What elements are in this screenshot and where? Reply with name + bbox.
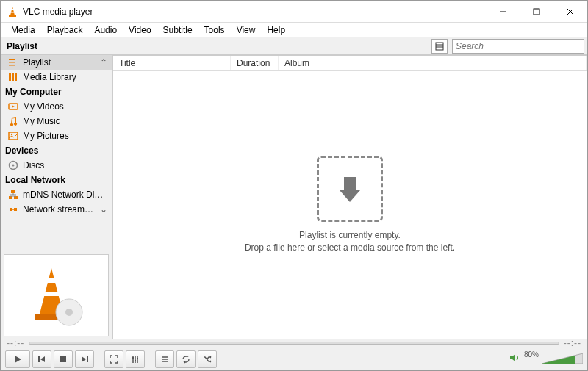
vlc-cone-icon (7, 6, 18, 18)
minimize-button[interactable] (486, 1, 520, 22)
svg-rect-25 (14, 196, 18, 199)
view-mode-button[interactable] (431, 39, 448, 54)
sidebar-tree: Playlist ⌃ Media Library My Computer My … (1, 55, 112, 251)
svg-rect-43 (60, 356, 66, 362)
svg-rect-51 (137, 358, 138, 359)
svg-rect-29 (10, 208, 12, 211)
svg-point-22 (12, 165, 15, 167)
menu-audio[interactable]: Audio (88, 24, 123, 37)
volume-percent: 80% (524, 350, 539, 359)
menu-subtitle[interactable]: Subtitle (157, 24, 198, 37)
sidebar-item-label: My Videos (23, 101, 107, 112)
svg-rect-1 (9, 15, 16, 17)
shuffle-button[interactable] (198, 350, 217, 368)
sidebar-item-playlist[interactable]: Playlist ⌃ (1, 55, 112, 70)
empty-drop-zone[interactable]: Playlist is currently empty. Drop a file… (113, 71, 587, 339)
drop-target-icon (317, 156, 383, 222)
svg-point-20 (11, 134, 12, 135)
disc-icon (8, 160, 18, 170)
window-title: VLC media player (23, 7, 486, 17)
collapse-icon[interactable]: ⌃ (100, 57, 107, 68)
svg-rect-24 (9, 196, 12, 199)
picture-icon (8, 131, 18, 141)
column-headers: Title Duration Album (113, 56, 587, 71)
playlist-toolbar: Playlist (1, 37, 587, 55)
sidebar-item-sap[interactable]: Network streams (SAP) ⌄ (1, 202, 112, 217)
seek-slider[interactable] (29, 342, 559, 345)
svg-rect-13 (9, 65, 15, 66)
sidebar-item-label: Network streams (SAP) (23, 204, 96, 215)
svg-marker-40 (15, 356, 21, 363)
svg-rect-3 (11, 12, 15, 13)
play-button[interactable] (5, 350, 30, 368)
svg-rect-34 (43, 292, 60, 296)
expand-icon[interactable]: ⌄ (100, 204, 107, 215)
close-button[interactable] (553, 1, 587, 22)
svg-rect-11 (9, 59, 15, 60)
menu-media[interactable]: Media (5, 24, 41, 37)
menu-help[interactable]: Help (261, 24, 291, 37)
mute-button[interactable] (509, 353, 521, 365)
svg-rect-15 (12, 73, 14, 81)
sidebar: Playlist ⌃ Media Library My Computer My … (1, 55, 112, 339)
stop-button[interactable] (54, 350, 73, 368)
svg-rect-50 (135, 360, 136, 361)
menu-tools[interactable]: Tools (198, 24, 231, 37)
svg-rect-19 (9, 132, 18, 140)
fullscreen-button[interactable] (104, 350, 123, 368)
seek-bar-row: --:-- --:-- (1, 339, 587, 347)
sidebar-item-label: Playlist (23, 57, 96, 68)
svg-rect-41 (38, 356, 40, 362)
svg-rect-2 (11, 9, 14, 10)
column-album[interactable]: Album (279, 56, 587, 70)
sidebar-item-media-library[interactable]: Media Library (1, 70, 112, 84)
svg-rect-5 (534, 9, 539, 15)
svg-marker-18 (12, 105, 15, 108)
playlist-toggle-button[interactable] (155, 350, 174, 368)
library-icon (8, 72, 18, 82)
column-duration[interactable]: Duration (231, 56, 279, 70)
extended-settings-button[interactable] (126, 350, 145, 368)
empty-message: Playlist is currently empty. Drop a file… (245, 229, 455, 254)
playlist-label: Playlist (4, 41, 431, 51)
playlist-icon (8, 57, 18, 68)
sidebar-item-label: Media Library (23, 72, 107, 82)
svg-rect-12 (9, 62, 15, 63)
sidebar-item-label: mDNS Network Disco... (23, 190, 107, 200)
menu-bar: Media Playback Audio Video Subtitle Tool… (1, 23, 587, 37)
next-button[interactable] (75, 350, 94, 368)
sidebar-group-local-network: Local Network (1, 173, 112, 187)
album-art-placeholder (4, 254, 109, 336)
svg-rect-16 (15, 73, 17, 81)
svg-marker-44 (82, 356, 86, 362)
svg-rect-38 (344, 177, 356, 190)
sidebar-item-discs[interactable]: Discs (1, 158, 112, 173)
previous-button[interactable] (32, 350, 51, 368)
svg-rect-45 (87, 356, 88, 362)
loop-button[interactable] (176, 350, 196, 368)
svg-rect-33 (46, 278, 57, 283)
search-input[interactable] (452, 39, 584, 54)
sidebar-item-label: Discs (23, 160, 107, 170)
video-icon (8, 101, 18, 112)
volume-slider[interactable] (542, 353, 583, 366)
svg-marker-42 (40, 356, 45, 362)
svg-rect-23 (11, 190, 15, 193)
svg-rect-30 (14, 208, 17, 211)
sidebar-item-my-music[interactable]: My Music (1, 114, 112, 129)
title-bar: VLC media player (1, 1, 587, 23)
sidebar-item-my-videos[interactable]: My Videos (1, 99, 112, 114)
sidebar-group-devices: Devices (1, 143, 112, 158)
sidebar-item-mdns[interactable]: mDNS Network Disco... (1, 187, 112, 202)
playback-controls: 80% (1, 347, 587, 370)
sidebar-item-my-pictures[interactable]: My Pictures (1, 129, 112, 143)
maximize-button[interactable] (520, 1, 553, 22)
column-title[interactable]: Title (113, 56, 231, 70)
sidebar-item-label: My Music (23, 116, 107, 126)
svg-rect-49 (132, 357, 134, 359)
menu-video[interactable]: Video (123, 24, 157, 37)
sidebar-group-my-computer: My Computer (1, 84, 112, 99)
stream-icon (8, 204, 18, 215)
menu-view[interactable]: View (231, 24, 262, 37)
menu-playback[interactable]: Playback (41, 24, 89, 37)
